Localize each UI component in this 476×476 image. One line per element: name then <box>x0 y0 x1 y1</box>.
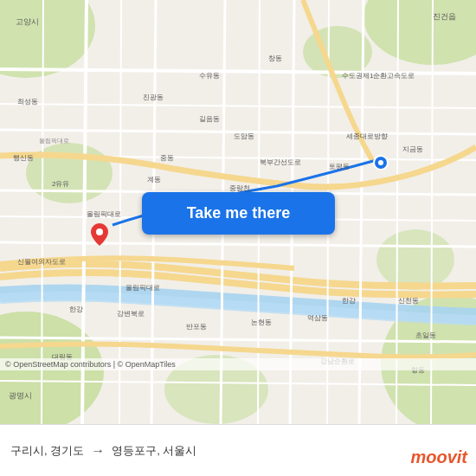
svg-text:한강: 한강 <box>342 297 356 305</box>
svg-text:중랑천: 중랑천 <box>229 184 250 192</box>
svg-text:논현동: 논현동 <box>251 318 272 326</box>
svg-text:한강: 한강 <box>69 306 83 313</box>
svg-text:행신동: 행신동 <box>13 154 34 162</box>
svg-text:올림픽대로: 올림픽대로 <box>125 284 160 292</box>
svg-text:토평동: 토평동 <box>329 163 350 170</box>
svg-point-7 <box>376 229 454 290</box>
svg-point-6 <box>26 143 113 203</box>
svg-text:강변북로: 강변북로 <box>117 310 145 318</box>
destination-pin <box>91 223 108 246</box>
copyright-text: © OpenStreetMap contributors | © OpenMap… <box>5 360 176 369</box>
svg-text:중동: 중동 <box>160 154 174 162</box>
moovit-logo: moovit <box>410 447 467 467</box>
svg-text:도암동: 도암동 <box>234 132 254 140</box>
svg-point-63 <box>96 228 103 235</box>
svg-text:신천동: 신천동 <box>398 297 419 305</box>
svg-text:최성동: 최성동 <box>17 98 38 106</box>
svg-point-65 <box>378 160 383 165</box>
svg-text:역삼동: 역삼동 <box>307 314 328 322</box>
origin-label: 구리시, 경기도 <box>10 443 84 459</box>
svg-text:올림픽대로: 올림픽대로 <box>87 210 121 218</box>
svg-text:신월여의자도로: 신월여의자도로 <box>17 258 66 266</box>
svg-text:고양시: 고양시 <box>16 17 39 26</box>
svg-text:지금동: 지금동 <box>402 145 423 153</box>
svg-text:진광동: 진광동 <box>143 93 164 101</box>
svg-text:계동: 계동 <box>147 176 161 183</box>
svg-text:북부간선도로: 북부간선도로 <box>260 158 301 166</box>
take-me-there-button[interactable]: Take me there <box>142 192 335 235</box>
svg-text:수유동: 수유동 <box>199 72 220 80</box>
origin-pin <box>372 154 389 177</box>
moovit-logo-text: moovit <box>410 447 467 466</box>
svg-text:수도권제1순환고속도로: 수도권제1순환고속도로 <box>342 72 415 80</box>
svg-text:세종대로방향: 세종대로방향 <box>346 132 388 140</box>
map-container: 고양시 진건읍 최성동 행신동 2유유 진광동 수유동 창동 수도권제1순환고속… <box>0 0 476 424</box>
route-info: 구리시, 경기도 → 영등포구, 서울시 <box>10 443 196 459</box>
arrow-icon: → <box>91 443 105 459</box>
svg-text:길음동: 길음동 <box>199 115 220 123</box>
destination-label: 영등포구, 서울시 <box>112 443 196 459</box>
copyright-bar: © OpenStreetMap contributors | © OpenMap… <box>0 358 476 370</box>
svg-text:2유유: 2유유 <box>52 180 69 188</box>
svg-text:초일동: 초일동 <box>415 331 436 339</box>
svg-text:올림픽대로: 올림픽대로 <box>39 138 69 145</box>
svg-text:반포동: 반포동 <box>186 323 207 331</box>
svg-text:진건읍: 진건읍 <box>433 12 456 21</box>
svg-text:창동: 창동 <box>268 55 282 62</box>
bottom-bar: 구리시, 경기도 → 영등포구, 서울시 moovit <box>0 424 476 476</box>
svg-text:광명시: 광명시 <box>9 391 32 400</box>
